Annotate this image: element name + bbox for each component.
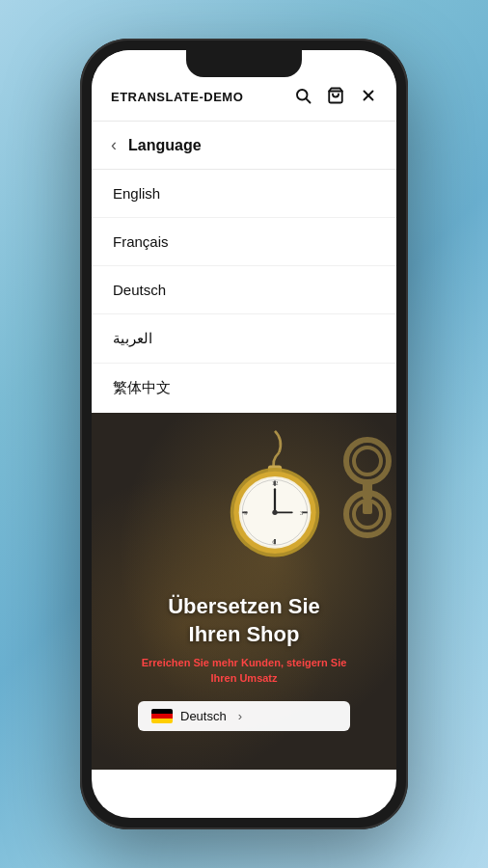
phone-screen: ETRANSLATE-DEMO [92, 50, 396, 818]
language-heading: Language [128, 137, 202, 154]
handcuffs-illustration [334, 432, 396, 552]
svg-text:6: 6 [272, 538, 276, 546]
language-switcher-arrow: › [238, 709, 242, 723]
language-switcher[interactable]: Deutsch › [138, 701, 350, 731]
phone-frame: ETRANSLATE-DEMO [80, 39, 408, 829]
hero-subtitle: Erreichen Sie mehr Kunden, steigern Sie … [138, 656, 350, 686]
search-icon[interactable] [294, 87, 312, 107]
svg-text:9: 9 [244, 509, 248, 517]
svg-point-23 [354, 448, 381, 475]
language-item-francais[interactable]: Français [92, 218, 396, 266]
svg-point-17 [272, 510, 277, 515]
language-item-english[interactable]: English [92, 170, 396, 218]
language-nav: ‹ Language [92, 122, 396, 170]
svg-line-1 [306, 98, 310, 102]
language-item-deutsch[interactable]: Deutsch [92, 266, 396, 314]
back-button[interactable]: ‹ [111, 135, 117, 155]
svg-text:12: 12 [271, 479, 279, 487]
german-flag [151, 709, 173, 723]
hero-section: 12 3 6 9 Übers [92, 413, 396, 770]
bag-icon[interactable] [327, 87, 344, 107]
hero-text: Übersetzen Sie Ihren Shop Erreichen Sie … [138, 593, 350, 731]
language-list: English Français Deutsch العربية 繁体中文 [92, 170, 396, 413]
language-switcher-label: Deutsch [180, 709, 227, 723]
close-icon[interactable] [360, 87, 377, 107]
hero-title: Übersetzen Sie Ihren Shop [138, 593, 350, 648]
header-icons [294, 87, 377, 107]
language-item-chinese[interactable]: 繁体中文 [92, 364, 396, 413]
language-item-arabic[interactable]: العربية [92, 314, 396, 364]
svg-text:3: 3 [300, 509, 304, 517]
watch-illustration: 12 3 6 9 [198, 422, 352, 577]
app-title: ETRANSLATE-DEMO [111, 90, 243, 104]
svg-rect-27 [363, 500, 372, 514]
notch [186, 50, 302, 77]
